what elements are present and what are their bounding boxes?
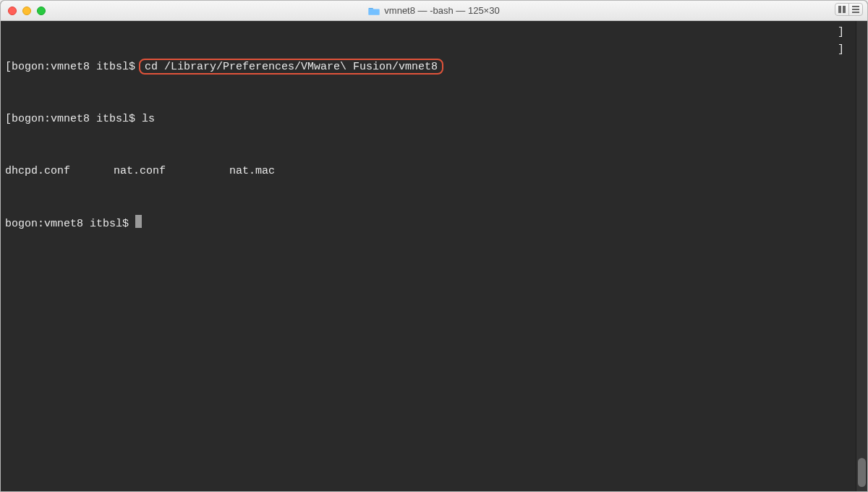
minimize-icon[interactable]	[22, 7, 31, 15]
terminal-line: dhcpd.confnat.confnat.mac	[5, 163, 863, 180]
titlebar-segmented-control[interactable]	[835, 3, 863, 16]
file-name: nat.conf	[114, 163, 229, 180]
terminal-window: vmnet8 — -bash — 125×30 [bogon:vmnet8 it…	[0, 0, 868, 492]
scrollbar-thumb[interactable]	[858, 458, 866, 487]
window-title-group: vmnet8 — -bash — 125×30	[1, 5, 867, 16]
panes-button[interactable]	[835, 3, 849, 16]
terminal-line: [bogon:vmnet8 itbsl$ cd /Library/Prefere…	[5, 59, 863, 76]
file-name: nat.mac	[229, 163, 316, 180]
file-name: dhcpd.conf	[5, 163, 114, 180]
window-title: vmnet8 — -bash — 125×30	[384, 5, 499, 16]
close-icon[interactable]	[8, 7, 17, 15]
line-end-bracket: ]	[838, 41, 844, 59]
prompt: bogon:vmnet8 itbsl$	[5, 218, 135, 230]
terminal-body[interactable]: [bogon:vmnet8 itbsl$ cd /Library/Prefere…	[1, 21, 867, 491]
panes-icon	[838, 6, 846, 13]
list-icon	[852, 6, 859, 13]
prompt: [bogon:vmnet8 itbsl$	[5, 61, 142, 73]
folder-icon	[368, 7, 380, 15]
scrollbar-track[interactable]	[856, 21, 867, 491]
command-text: ls	[142, 113, 155, 125]
highlighted-command: cd /Library/Preferences/VMware\ Fusion/v…	[139, 59, 443, 75]
terminal-line: bogon:vmnet8 itbsl$	[5, 215, 863, 232]
zoom-icon[interactable]	[37, 7, 46, 15]
terminal-line: [bogon:vmnet8 itbsl$ ls]	[5, 111, 863, 128]
traffic-lights	[8, 7, 46, 15]
line-end-bracket: ]	[838, 24, 844, 41]
cursor-icon	[135, 215, 142, 228]
prompt: [bogon:vmnet8 itbsl$	[5, 113, 142, 125]
list-button[interactable]	[848, 3, 863, 16]
titlebar[interactable]: vmnet8 — -bash — 125×30	[1, 1, 867, 21]
